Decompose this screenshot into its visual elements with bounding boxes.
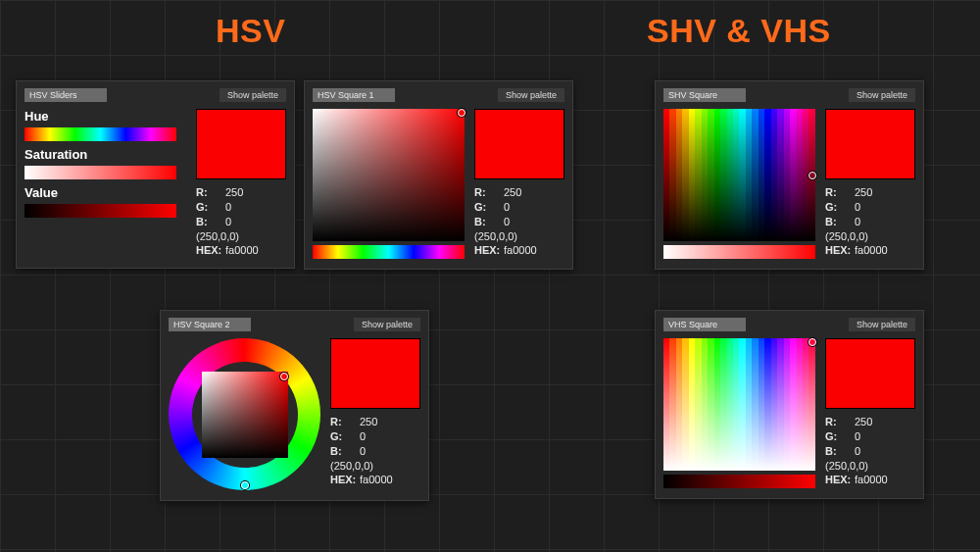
saturation-strip[interactable]: [663, 245, 815, 259]
slider-saturation[interactable]: [24, 166, 176, 179]
picker-handle[interactable]: [280, 373, 288, 380]
show-palette-button[interactable]: Show palette: [498, 88, 564, 102]
hue-strip[interactable]: [313, 245, 465, 259]
sv-inner-square[interactable]: [202, 372, 288, 458]
label-saturation: Saturation: [24, 147, 186, 162]
color-swatch: [330, 338, 420, 409]
color-swatch: [196, 109, 286, 179]
label-value: Value: [24, 185, 186, 200]
panel-vhs-square: VHS Square Show palette R:250 G:0 B:0 (2…: [655, 310, 924, 499]
show-palette-button[interactable]: Show palette: [849, 318, 915, 331]
color-swatch: [825, 338, 915, 409]
panel-hsv-square-2: HSV Square 2 Show palette R:250 G:0 B:0 …: [160, 310, 429, 501]
vhs-picker-square[interactable]: [663, 338, 815, 471]
hue-handle[interactable]: [241, 481, 249, 489]
panel-title: VHS Square: [663, 318, 746, 331]
color-readout: R:250 G:0 B:0 (250,0,0) HEX:fa0000: [474, 185, 564, 258]
heading-shv-vhs: SHV & VHS: [647, 12, 831, 50]
label-hue: Hue: [24, 109, 186, 124]
show-palette-button[interactable]: Show palette: [849, 88, 915, 102]
color-readout: R:250 G:0 B:0 (250,0,0) HEX:fa0000: [196, 185, 286, 258]
show-palette-button[interactable]: Show palette: [354, 318, 420, 331]
color-readout: R:250 G:0 B:0 (250,0,0) HEX:fa0000: [825, 185, 915, 258]
value-strip[interactable]: [663, 475, 815, 488]
panel-title: SHV Square: [663, 88, 746, 102]
panel-hsv-square-1: HSV Square 1 Show palette R:250 G:0 B:0 …: [304, 80, 573, 270]
color-swatch: [474, 109, 564, 179]
panel-title: HSV Sliders: [24, 88, 107, 102]
show-palette-button[interactable]: Show palette: [220, 88, 286, 102]
panel-title: HSV Square 2: [169, 318, 251, 331]
color-readout: R:250 G:0 B:0 (250,0,0) HEX:fa0000: [825, 415, 915, 487]
hue-wheel[interactable]: [169, 338, 320, 490]
panel-shv-square: SHV Square Show palette R:250 G:0 B:0 (2…: [655, 80, 924, 270]
heading-hsv: HSV: [216, 12, 285, 50]
picker-handle[interactable]: [808, 172, 816, 179]
slider-hue[interactable]: [24, 127, 176, 141]
shv-picker-square[interactable]: [663, 109, 815, 241]
sv-picker-square[interactable]: [313, 109, 465, 241]
color-readout: R:250 G:0 B:0 (250,0,0) HEX:fa0000: [330, 415, 420, 487]
picker-handle[interactable]: [808, 338, 816, 346]
slider-value[interactable]: [24, 204, 176, 218]
panel-title: HSV Square 1: [313, 88, 395, 102]
panel-hsv-sliders: HSV Sliders Hue Saturation Value Show pa…: [16, 80, 295, 269]
picker-handle[interactable]: [458, 109, 466, 117]
color-swatch: [825, 109, 915, 179]
